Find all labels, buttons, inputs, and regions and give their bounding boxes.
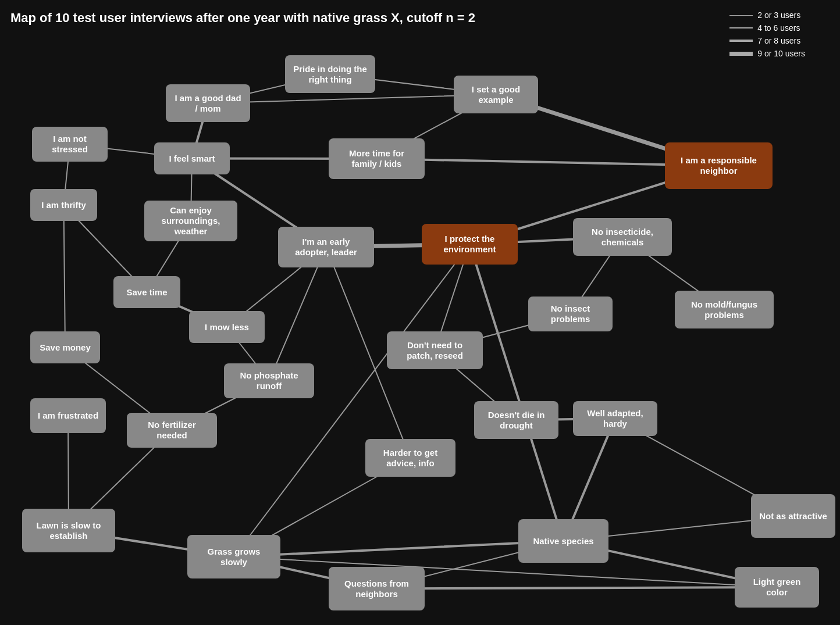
node-frustrated[interactable]: I am frustrated	[30, 398, 106, 433]
legend-line-4	[729, 52, 753, 56]
svg-line-12	[64, 205, 66, 348]
legend-label-4: 9 or 10 users	[757, 49, 805, 58]
legend-label-1: 2 or 3 users	[757, 10, 800, 20]
svg-line-32	[234, 541, 564, 557]
svg-line-2	[208, 95, 496, 103]
legend-item-2: 4 to 6 users	[729, 23, 805, 33]
legend-label-3: 7 or 8 users	[757, 36, 800, 45]
node-good_dad[interactable]: I am a good dad / mom	[166, 84, 250, 122]
node-no_patch[interactable]: Don't need to patch, reseed	[387, 331, 483, 369]
legend-line-2	[729, 27, 753, 28]
node-early_adopter[interactable]: I'm an early adopter, leader	[278, 227, 374, 267]
legend-item-3: 7 or 8 users	[729, 36, 805, 45]
node-save_time[interactable]: Save time	[113, 276, 180, 308]
legend-line-3	[729, 40, 753, 42]
node-drought[interactable]: Doesn't die in drought	[474, 401, 558, 439]
node-well_adapted[interactable]: Well adapted, hardy	[573, 401, 657, 436]
node-protect_env[interactable]: I protect the environment	[422, 224, 518, 265]
legend-label-2: 4 to 6 users	[757, 23, 800, 33]
node-light_green[interactable]: Light green color	[735, 567, 819, 608]
node-mow_less[interactable]: I mow less	[189, 311, 265, 343]
node-feel_smart[interactable]: I feel smart	[154, 142, 230, 174]
svg-line-39	[377, 587, 777, 589]
node-save_money[interactable]: Save money	[30, 331, 100, 363]
node-lawn_slow[interactable]: Lawn is slow to establish	[22, 509, 115, 552]
node-harder_advice[interactable]: Harder to get advice, info	[365, 439, 455, 477]
node-enjoy[interactable]: Can enjoy surroundings, weather	[144, 201, 237, 241]
node-more_time[interactable]: More time for family / kids	[329, 138, 425, 179]
node-questions[interactable]: Questions from neighbors	[329, 567, 425, 610]
node-no_mold[interactable]: No mold/fungus problems	[675, 291, 774, 328]
legend: 2 or 3 users 4 to 6 users 7 or 8 users 9…	[729, 10, 805, 62]
node-not_attractive[interactable]: Not as attractive	[751, 494, 835, 538]
svg-line-45	[234, 244, 470, 557]
node-pride[interactable]: Pride in doing the right thing	[285, 55, 375, 93]
node-thrifty[interactable]: I am thrifty	[30, 189, 97, 221]
node-good_example[interactable]: I set a good example	[454, 76, 538, 113]
svg-line-22	[470, 244, 564, 541]
legend-item-4: 9 or 10 users	[729, 49, 805, 58]
node-no_insect[interactable]: No insect problems	[528, 297, 613, 331]
legend-line-1	[729, 15, 753, 16]
page-title: Map of 10 test user interviews after one…	[10, 10, 475, 26]
node-grass_slowly[interactable]: Grass grows slowly	[187, 535, 280, 578]
node-native[interactable]: Native species	[518, 519, 608, 563]
main-canvas: Map of 10 test user interviews after one…	[0, 0, 840, 625]
node-not_stressed[interactable]: I am not stressed	[32, 127, 108, 162]
svg-line-34	[234, 557, 777, 588]
node-no_phosphate[interactable]: No phosphate runoff	[224, 363, 314, 398]
node-no_insecticide[interactable]: No insecticide, chemicals	[573, 218, 672, 256]
legend-item-1: 2 or 3 users	[729, 10, 805, 20]
node-no_fertilizer[interactable]: No fertilizer needed	[127, 413, 217, 448]
node-responsible[interactable]: I am a responsible neighbor	[665, 142, 773, 189]
